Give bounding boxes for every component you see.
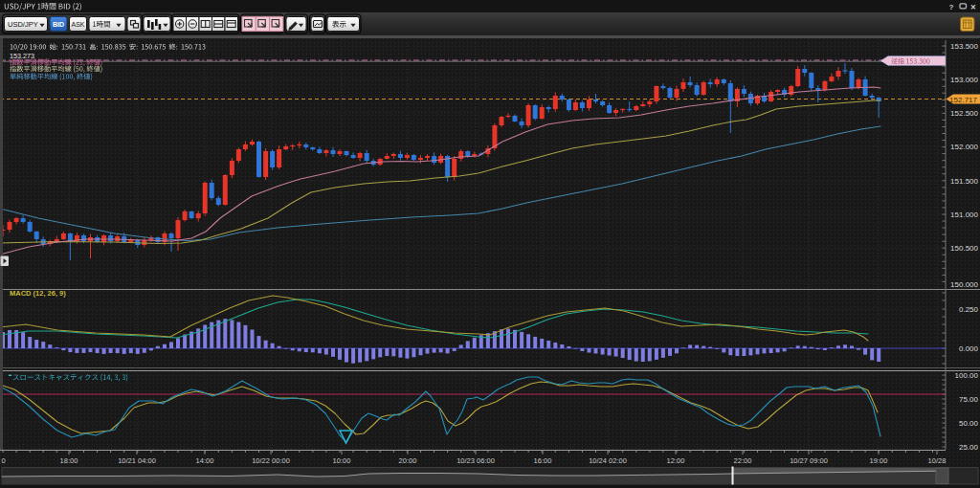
svg-text:10/23 06:00: 10/23 06:00: [457, 456, 495, 465]
svg-text:152.000: 152.000: [950, 143, 978, 151]
svg-text:25.00: 25.00: [959, 443, 979, 452]
svg-text:153.000: 153.000: [950, 76, 978, 84]
svg-text:10/22 00:00: 10/22 00:00: [252, 456, 290, 465]
svg-text:152.717: 152.717: [949, 96, 977, 104]
svg-text:19:00: 19:00: [870, 456, 888, 465]
svg-text:0.000: 0.000: [959, 344, 979, 353]
svg-text:USD/JPY: USD/JPY: [8, 20, 38, 29]
svg-text:?: ?: [949, 3, 954, 11]
svg-text:✕: ✕: [970, 3, 976, 11]
svg-text:22:00: 22:00: [734, 456, 752, 465]
svg-text:75.00: 75.00: [959, 395, 979, 404]
svg-text:151.000: 151.000: [950, 211, 978, 219]
svg-text:150.000: 150.000: [950, 280, 978, 289]
svg-text:10:00: 10:00: [333, 456, 351, 465]
svg-text:10/21 04:00: 10/21 04:00: [118, 456, 156, 465]
svg-text:14:00: 14:00: [196, 456, 214, 465]
svg-text:BID: BID: [53, 21, 64, 28]
svg-text:100.00: 100.00: [955, 371, 979, 380]
svg-text:MACD (12, 26, 9): MACD (12, 26, 9): [10, 289, 66, 298]
svg-text:12:00: 12:00: [667, 456, 685, 465]
svg-text:153.500: 153.500: [950, 42, 978, 51]
svg-text:16:00: 16:00: [534, 456, 552, 465]
svg-text:0: 0: [2, 456, 6, 465]
svg-text:10/27 09:00: 10/27 09:00: [790, 456, 828, 465]
svg-text:0.250: 0.250: [959, 305, 979, 314]
svg-text:150.500: 150.500: [950, 244, 978, 253]
svg-text:20:00: 20:00: [399, 456, 417, 465]
svg-text:10/28: 10/28: [928, 456, 947, 465]
svg-text:ASK: ASK: [71, 21, 84, 28]
svg-text:153.273: 153.273: [10, 52, 34, 60]
svg-text:151.500: 151.500: [950, 177, 978, 186]
svg-text:152.500: 152.500: [950, 109, 978, 118]
svg-text:50.00: 50.00: [959, 419, 979, 428]
svg-text:10/24 02:00: 10/24 02:00: [589, 456, 627, 465]
svg-text:18:00: 18:00: [60, 456, 78, 465]
